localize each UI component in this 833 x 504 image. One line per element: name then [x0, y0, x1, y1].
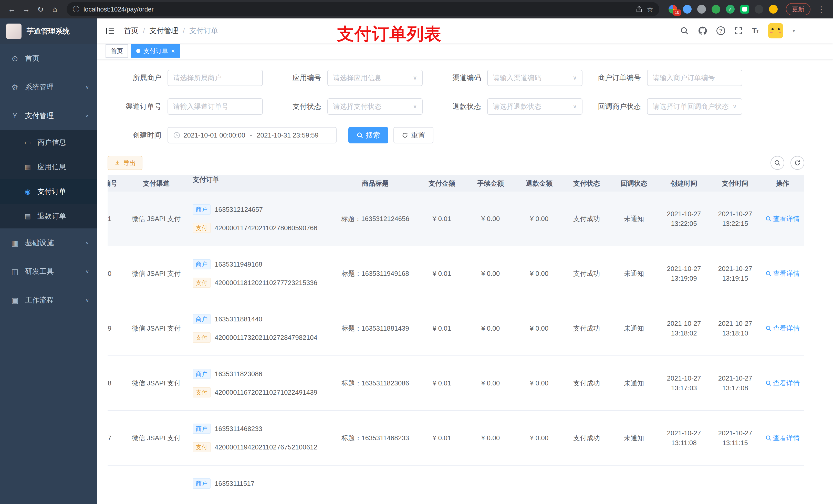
- extension-icon[interactable]: [697, 5, 706, 14]
- extension-icon[interactable]: [712, 5, 720, 14]
- pay-order-cell: 商户 1635311881440 支付 42000011732021102728…: [190, 301, 333, 356]
- help-icon[interactable]: ?: [716, 26, 725, 35]
- navbar-actions: ? TT ▾: [680, 23, 795, 39]
- pay-time: 2021-10-27 13:19:15: [714, 264, 756, 283]
- notify-status-select[interactable]: [653, 103, 731, 111]
- gear-icon: ⚙: [10, 83, 20, 92]
- share-icon[interactable]: [636, 6, 643, 13]
- row-id: 19: [108, 325, 112, 332]
- export-button[interactable]: 导出: [108, 156, 142, 170]
- browser-chrome: ← → ↻ ⌂ ⓘ localhost:1024/pay/order ☆ 10 …: [0, 0, 833, 19]
- channel-order-no-input[interactable]: [173, 103, 257, 111]
- filter-app-id: 应用编号 ∨: [267, 70, 423, 86]
- reload-icon[interactable]: ↻: [34, 3, 47, 16]
- sidebar-item-refund-order[interactable]: ▤ 退款订单: [0, 204, 97, 229]
- back-icon[interactable]: ←: [5, 3, 19, 16]
- row-id: 21: [108, 215, 112, 223]
- sidebar-item-app-info[interactable]: ▦ 应用信息: [0, 155, 97, 179]
- table-body: 21 微信 JSAPI 支付 商户 1635312124657 支付 42000…: [108, 192, 804, 465]
- channel-code-select[interactable]: [493, 74, 571, 82]
- pay-time: 2021-10-27 13:17:08: [714, 374, 756, 393]
- pay-status: 支付成功: [564, 246, 610, 301]
- table-header: 编号 支付渠道 支付订单 商品标题 支付金额 手续金额 退款金额 支付状态 回调…: [108, 175, 804, 192]
- pay-channel: 微信 JSAPI 支付: [123, 411, 190, 465]
- view-detail-link[interactable]: 查看详情: [765, 379, 800, 388]
- extension-icon[interactable]: [740, 5, 749, 14]
- extension-icon[interactable]: 10: [669, 5, 677, 14]
- fee-amount: ¥ 0.00: [466, 192, 515, 246]
- search-button[interactable]: 搜索: [348, 127, 388, 143]
- bookmark-star-icon[interactable]: ☆: [647, 5, 653, 14]
- create-time: 2021-10-27 13:17:03: [663, 374, 705, 393]
- chevron-up-icon: ∧: [85, 113, 89, 118]
- refresh-icon[interactable]: [790, 156, 804, 170]
- chevron-down-icon: ∨: [85, 269, 89, 274]
- user-avatar[interactable]: [768, 23, 783, 39]
- table-toolbar: 导出: [108, 156, 804, 170]
- pay-order-no: 4200001173202110272847982104: [215, 334, 317, 342]
- chevron-down-icon: ∨: [85, 297, 89, 303]
- sidebar-item-payment[interactable]: ¥ 支付管理 ∧: [0, 101, 97, 130]
- pay-status-select[interactable]: [333, 103, 411, 111]
- view-detail-link[interactable]: 查看详情: [765, 269, 800, 278]
- owner-merchant-input[interactable]: [173, 74, 257, 82]
- pay-tag: 支付: [193, 332, 211, 343]
- view-detail-link[interactable]: 查看详情: [765, 434, 800, 442]
- fullscreen-icon[interactable]: [734, 27, 743, 35]
- toggle-search-icon[interactable]: [770, 156, 784, 170]
- refund-status-select[interactable]: [493, 103, 571, 111]
- refund-amount: ¥ 0.00: [515, 356, 564, 410]
- extension-icon[interactable]: [769, 5, 778, 14]
- breadcrumb: 首页 / 支付管理 / 支付订单: [124, 26, 218, 35]
- table-tools: [770, 156, 804, 170]
- reset-button[interactable]: 重置: [394, 127, 433, 143]
- merchant-order-no-input[interactable]: [653, 74, 737, 82]
- pay-order-no: 4200001167202110271022491439: [215, 388, 317, 397]
- extension-icon[interactable]: [755, 5, 763, 14]
- close-icon[interactable]: ×: [171, 48, 175, 54]
- chrome-update-button[interactable]: 更新: [786, 3, 810, 15]
- sidebar-item-system[interactable]: ⚙ 系统管理 ∨: [0, 73, 97, 101]
- view-detail-link[interactable]: 查看详情: [765, 324, 800, 333]
- sidebar-item-merchant-info[interactable]: ▭ 商户信息: [0, 130, 97, 155]
- extension-icon[interactable]: ✓: [726, 5, 735, 14]
- sidebar-item-home[interactable]: ⊙ 首页: [0, 44, 97, 73]
- merchant-order-no: 1635311823086: [215, 370, 262, 378]
- tab-home[interactable]: 首页: [105, 44, 128, 57]
- app-grid-icon: ▦: [24, 163, 32, 171]
- app-id-select[interactable]: [333, 74, 411, 82]
- github-icon[interactable]: [698, 26, 707, 35]
- pay-tag: 支付: [193, 278, 211, 288]
- sidebar-item-workflow[interactable]: ▣ 工作流程 ∨: [0, 286, 97, 314]
- merchant-order-no: 1635312124657: [215, 206, 263, 214]
- app-logo: 芋道管理系统: [0, 19, 97, 44]
- search-icon[interactable]: [680, 26, 689, 35]
- active-dot: [136, 49, 140, 53]
- home-icon[interactable]: ⌂: [48, 3, 62, 16]
- sidebar-item-infra[interactable]: ▥ 基础设施 ∨: [0, 229, 97, 257]
- create-time: 2021-10-27 13:18:02: [663, 318, 705, 338]
- extension-icon[interactable]: [683, 5, 692, 14]
- breadcrumb-payment[interactable]: 支付管理: [149, 26, 178, 35]
- sidebar-item-pay-order[interactable]: ◉ 支付订单: [0, 179, 97, 204]
- hamburger-icon[interactable]: [105, 27, 115, 35]
- date-range-picker[interactable]: 2021-10-01 00:00:00 - 2021-10-31 23:59:5…: [168, 127, 337, 143]
- address-bar[interactable]: ⓘ localhost:1024/pay/order ☆: [67, 2, 659, 16]
- filter-refund-status: 退款状态 ∨: [427, 98, 582, 115]
- pay-order-cell: 商户 1635311949168 支付 42000011812021102777…: [190, 246, 333, 301]
- merchant-order-no: 1635311949168: [215, 261, 262, 268]
- forward-icon[interactable]: →: [20, 3, 33, 16]
- sidebar-item-devtools[interactable]: ◫ 研发工具 ∨: [0, 257, 97, 286]
- site-info-icon[interactable]: ⓘ: [73, 5, 79, 14]
- notify-status: 未通知: [610, 192, 658, 246]
- chrome-menu-icon[interactable]: ⋮: [814, 3, 828, 16]
- tab-pay-order[interactable]: 支付订单 ×: [131, 44, 180, 57]
- view-detail-link[interactable]: 查看详情: [765, 214, 800, 223]
- fee-amount: ¥ 0.00: [466, 411, 515, 465]
- chevron-down-icon: ∨: [573, 74, 577, 81]
- clock-icon: [173, 131, 180, 139]
- font-size-icon[interactable]: TT: [752, 26, 759, 35]
- caret-down-icon[interactable]: ▾: [792, 28, 795, 34]
- sidebar: 芋道管理系统 ⊙ 首页 ⚙ 系统管理 ∨ ¥ 支付管理 ∧ ▭ 商户信息 ▦ 应…: [0, 19, 97, 504]
- breadcrumb-home[interactable]: 首页: [124, 26, 138, 35]
